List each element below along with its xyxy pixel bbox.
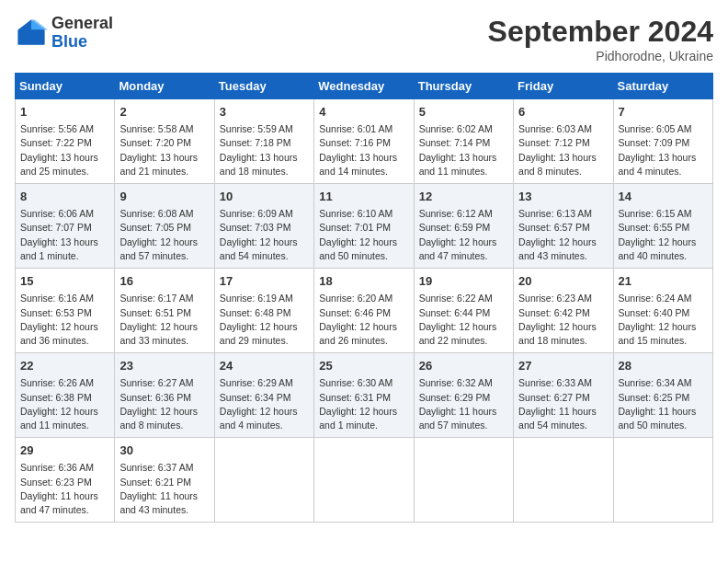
day-info: Sunrise: 5:58 AM Sunset: 7:20 PM Dayligh… xyxy=(119,122,209,178)
day-info: Sunrise: 6:33 AM Sunset: 6:27 PM Dayligh… xyxy=(518,376,608,432)
calendar-cell: 9Sunrise: 6:08 AM Sunset: 7:05 PM Daylig… xyxy=(115,184,214,269)
title-block: September 2024 Pidhorodne, Ukraine xyxy=(488,15,713,63)
calendar-cell xyxy=(414,438,513,523)
day-number: 1 xyxy=(20,104,109,121)
day-info: Sunrise: 6:09 AM Sunset: 7:03 PM Dayligh… xyxy=(220,207,309,263)
day-info: Sunrise: 6:01 AM Sunset: 7:16 PM Dayligh… xyxy=(319,122,408,178)
calendar-header-row: SundayMondayTuesdayWednesdayThursdayFrid… xyxy=(16,74,713,99)
day-number: 10 xyxy=(220,189,309,205)
day-info: Sunrise: 6:23 AM Sunset: 6:42 PM Dayligh… xyxy=(518,292,608,348)
day-number: 4 xyxy=(319,104,408,121)
day-number: 26 xyxy=(419,358,508,374)
day-number: 22 xyxy=(20,358,109,374)
day-info: Sunrise: 6:22 AM Sunset: 6:44 PM Dayligh… xyxy=(419,292,508,348)
day-number: 28 xyxy=(619,358,708,374)
calendar-cell: 20Sunrise: 6:23 AM Sunset: 6:42 PM Dayli… xyxy=(514,269,613,353)
calendar-cell: 2Sunrise: 5:58 AM Sunset: 7:20 PM Daylig… xyxy=(115,99,214,184)
day-number: 11 xyxy=(319,189,408,205)
calendar-cell: 17Sunrise: 6:19 AM Sunset: 6:48 PM Dayli… xyxy=(214,269,313,353)
column-header-friday: Friday xyxy=(514,74,613,99)
calendar-week-row: 22Sunrise: 6:26 AM Sunset: 6:38 PM Dayli… xyxy=(16,353,713,438)
day-info: Sunrise: 6:08 AM Sunset: 7:05 PM Dayligh… xyxy=(119,207,209,263)
calendar-cell: 21Sunrise: 6:24 AM Sunset: 6:40 PM Dayli… xyxy=(613,269,712,353)
day-number: 5 xyxy=(419,104,508,121)
day-info: Sunrise: 6:26 AM Sunset: 6:38 PM Dayligh… xyxy=(20,376,109,432)
day-number: 8 xyxy=(20,189,109,205)
calendar-cell: 13Sunrise: 6:13 AM Sunset: 6:57 PM Dayli… xyxy=(514,184,613,269)
day-number: 19 xyxy=(419,273,508,290)
calendar-cell: 30Sunrise: 6:37 AM Sunset: 6:21 PM Dayli… xyxy=(115,438,214,523)
day-number: 3 xyxy=(220,104,309,121)
day-info: Sunrise: 6:16 AM Sunset: 6:53 PM Dayligh… xyxy=(20,292,109,348)
calendar-cell: 25Sunrise: 6:30 AM Sunset: 6:31 PM Dayli… xyxy=(314,353,414,438)
column-header-thursday: Thursday xyxy=(414,74,513,99)
column-header-sunday: Sunday xyxy=(16,74,115,99)
calendar-cell xyxy=(613,438,712,523)
day-info: Sunrise: 6:27 AM Sunset: 6:36 PM Dayligh… xyxy=(119,376,209,432)
day-info: Sunrise: 6:05 AM Sunset: 7:09 PM Dayligh… xyxy=(619,122,708,178)
calendar-cell: 22Sunrise: 6:26 AM Sunset: 6:38 PM Dayli… xyxy=(16,353,115,438)
day-number: 12 xyxy=(419,189,508,205)
day-info: Sunrise: 6:36 AM Sunset: 6:23 PM Dayligh… xyxy=(20,461,109,517)
page-header: General Blue September 2024 Pidhorodne, … xyxy=(15,15,713,63)
day-number: 14 xyxy=(619,189,708,205)
calendar-cell: 6Sunrise: 6:03 AM Sunset: 7:12 PM Daylig… xyxy=(514,99,613,184)
day-number: 2 xyxy=(119,104,209,121)
day-info: Sunrise: 6:29 AM Sunset: 6:34 PM Dayligh… xyxy=(220,376,309,432)
column-header-saturday: Saturday xyxy=(613,74,712,99)
svg-marker-2 xyxy=(18,19,31,29)
calendar-cell: 23Sunrise: 6:27 AM Sunset: 6:36 PM Dayli… xyxy=(115,353,214,438)
calendar-cell: 11Sunrise: 6:10 AM Sunset: 7:01 PM Dayli… xyxy=(314,184,414,269)
day-info: Sunrise: 6:13 AM Sunset: 6:57 PM Dayligh… xyxy=(518,207,608,263)
calendar-cell: 26Sunrise: 6:32 AM Sunset: 6:29 PM Dayli… xyxy=(414,353,513,438)
calendar-cell: 12Sunrise: 6:12 AM Sunset: 6:59 PM Dayli… xyxy=(414,184,513,269)
column-header-wednesday: Wednesday xyxy=(314,74,414,99)
day-info: Sunrise: 6:12 AM Sunset: 6:59 PM Dayligh… xyxy=(419,207,508,263)
calendar-cell: 7Sunrise: 6:05 AM Sunset: 7:09 PM Daylig… xyxy=(613,99,712,184)
day-info: Sunrise: 6:03 AM Sunset: 7:12 PM Dayligh… xyxy=(518,122,608,178)
day-number: 7 xyxy=(619,104,708,121)
day-info: Sunrise: 6:19 AM Sunset: 6:48 PM Dayligh… xyxy=(220,292,309,348)
day-number: 9 xyxy=(119,189,209,205)
calendar-cell: 16Sunrise: 6:17 AM Sunset: 6:51 PM Dayli… xyxy=(115,269,214,353)
day-number: 23 xyxy=(119,358,209,374)
day-number: 18 xyxy=(319,273,408,290)
calendar-cell: 27Sunrise: 6:33 AM Sunset: 6:27 PM Dayli… xyxy=(514,353,613,438)
calendar-table: SundayMondayTuesdayWednesdayThursdayFrid… xyxy=(15,73,713,523)
calendar-cell: 5Sunrise: 6:02 AM Sunset: 7:14 PM Daylig… xyxy=(414,99,513,184)
day-number: 6 xyxy=(518,104,608,121)
day-info: Sunrise: 6:37 AM Sunset: 6:21 PM Dayligh… xyxy=(119,461,209,517)
day-info: Sunrise: 6:15 AM Sunset: 6:55 PM Dayligh… xyxy=(619,207,708,263)
day-info: Sunrise: 6:10 AM Sunset: 7:01 PM Dayligh… xyxy=(319,207,408,263)
calendar-cell: 29Sunrise: 6:36 AM Sunset: 6:23 PM Dayli… xyxy=(16,438,115,523)
calendar-cell: 3Sunrise: 5:59 AM Sunset: 7:18 PM Daylig… xyxy=(214,99,313,184)
day-number: 24 xyxy=(220,358,309,374)
day-info: Sunrise: 6:34 AM Sunset: 6:25 PM Dayligh… xyxy=(619,376,708,432)
location: Pidhorodne, Ukraine xyxy=(488,49,713,63)
day-info: Sunrise: 6:20 AM Sunset: 6:46 PM Dayligh… xyxy=(319,292,408,348)
day-info: Sunrise: 6:30 AM Sunset: 6:31 PM Dayligh… xyxy=(319,376,408,432)
day-info: Sunrise: 6:06 AM Sunset: 7:07 PM Dayligh… xyxy=(20,207,109,263)
column-header-monday: Monday xyxy=(115,74,214,99)
calendar-cell: 24Sunrise: 6:29 AM Sunset: 6:34 PM Dayli… xyxy=(214,353,313,438)
calendar-cell: 19Sunrise: 6:22 AM Sunset: 6:44 PM Dayli… xyxy=(414,269,513,353)
day-number: 25 xyxy=(319,358,408,374)
calendar-week-row: 29Sunrise: 6:36 AM Sunset: 6:23 PM Dayli… xyxy=(16,438,713,523)
calendar-cell: 10Sunrise: 6:09 AM Sunset: 7:03 PM Dayli… xyxy=(214,184,313,269)
day-number: 17 xyxy=(220,273,309,290)
calendar-cell: 15Sunrise: 6:16 AM Sunset: 6:53 PM Dayli… xyxy=(16,269,115,353)
calendar-cell: 8Sunrise: 6:06 AM Sunset: 7:07 PM Daylig… xyxy=(16,184,115,269)
calendar-cell: 18Sunrise: 6:20 AM Sunset: 6:46 PM Dayli… xyxy=(314,269,414,353)
day-number: 21 xyxy=(619,273,708,290)
column-header-tuesday: Tuesday xyxy=(214,74,313,99)
day-number: 13 xyxy=(518,189,608,205)
day-info: Sunrise: 6:32 AM Sunset: 6:29 PM Dayligh… xyxy=(419,376,508,432)
calendar-week-row: 8Sunrise: 6:06 AM Sunset: 7:07 PM Daylig… xyxy=(16,184,713,269)
day-number: 29 xyxy=(20,442,109,459)
day-info: Sunrise: 6:02 AM Sunset: 7:14 PM Dayligh… xyxy=(419,122,508,178)
calendar-cell: 28Sunrise: 6:34 AM Sunset: 6:25 PM Dayli… xyxy=(613,353,712,438)
day-number: 16 xyxy=(119,273,209,290)
calendar-cell xyxy=(314,438,414,523)
day-number: 30 xyxy=(119,442,209,459)
day-info: Sunrise: 5:59 AM Sunset: 7:18 PM Dayligh… xyxy=(220,122,309,178)
